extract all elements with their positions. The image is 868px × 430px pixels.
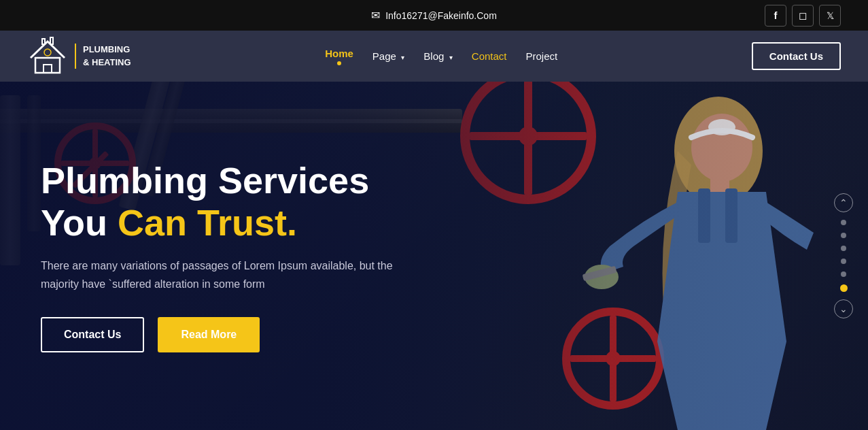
side-navigation: ⌃ ⌄ xyxy=(834,193,853,318)
hero-contact-us-button[interactable]: Contact Us xyxy=(41,317,144,352)
social-icons: f ◻ 𝕏 xyxy=(765,5,841,27)
logo-icon xyxy=(27,36,68,77)
nav-item-page[interactable]: Page ▾ xyxy=(372,50,405,63)
nav-item-project[interactable]: Project xyxy=(526,50,558,63)
hero-title-highlight: Can Trust. xyxy=(118,202,297,243)
side-dot-5[interactable] xyxy=(841,271,846,277)
hero-description: There are many variations of passages of… xyxy=(41,257,394,293)
side-dot-4[interactable] xyxy=(841,259,846,264)
facebook-icon[interactable]: f xyxy=(765,5,786,27)
side-dot-2[interactable] xyxy=(841,233,846,238)
side-dot-1[interactable] xyxy=(841,220,846,225)
nav-links: Home Page ▾ Blog ▾ Contact Project xyxy=(325,48,557,65)
page-dropdown-arrow: ▾ xyxy=(401,54,404,61)
hero-read-more-button[interactable]: Read More xyxy=(158,317,260,352)
hero-title: Plumbing Services You Can Trust. xyxy=(41,159,394,244)
contact-us-button[interactable]: Contact Us xyxy=(752,42,841,70)
nav-item-contact[interactable]: Contact xyxy=(472,50,507,63)
nav-item-home[interactable]: Home xyxy=(325,48,353,65)
side-nav-up[interactable]: ⌃ xyxy=(834,193,853,212)
svg-rect-3 xyxy=(42,39,45,44)
logo[interactable]: PLUMBING & HEATING xyxy=(27,36,131,77)
side-dot-active[interactable] xyxy=(840,284,848,292)
logo-text: PLUMBING & HEATING xyxy=(75,44,131,68)
nav-item-blog[interactable]: Blog ▾ xyxy=(423,50,452,63)
hero-buttons: Contact Us Read More xyxy=(41,317,394,352)
svg-rect-1 xyxy=(44,65,52,73)
hero-section: Plumbing Services You Can Trust. There a… xyxy=(0,82,868,430)
email-icon: ✉ xyxy=(371,9,380,22)
navbar: PLUMBING & HEATING Home Page ▾ Blog ▾ Co… xyxy=(0,31,868,82)
email-address: Info16271@Fakeinfo.Com xyxy=(385,10,497,21)
hero-content: Plumbing Services You Can Trust. There a… xyxy=(0,159,435,352)
svg-rect-4 xyxy=(50,37,53,44)
side-nav-down[interactable]: ⌄ xyxy=(834,299,853,318)
instagram-icon[interactable]: ◻ xyxy=(792,5,814,27)
twitter-icon[interactable]: 𝕏 xyxy=(819,5,841,27)
side-dot-3[interactable] xyxy=(841,246,846,251)
svg-point-2 xyxy=(44,49,51,56)
blog-dropdown-arrow: ▾ xyxy=(449,54,453,61)
top-bar: ✉ Info16271@Fakeinfo.Com f ◻ 𝕏 xyxy=(0,0,868,31)
